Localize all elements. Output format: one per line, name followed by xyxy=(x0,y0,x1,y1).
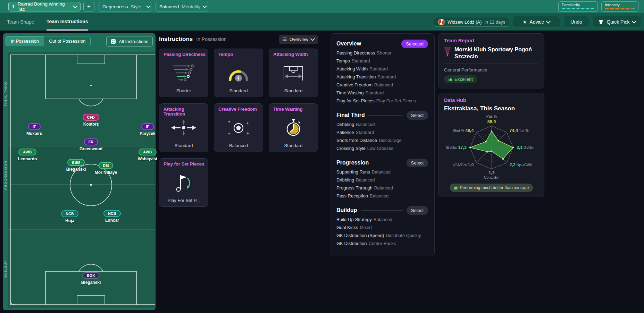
select-button[interactable]: Select xyxy=(407,111,428,120)
item-label: Patience xyxy=(336,130,354,135)
next-match-pill[interactable]: Widzew Łódź (A) In 12 days xyxy=(434,17,509,27)
select-button[interactable]: Select xyxy=(407,206,428,215)
style-selector[interactable]: Gegenpress Style xyxy=(99,2,151,11)
svg-text:Pas %: Pas % xyxy=(486,114,497,118)
intensity-label: Intensity xyxy=(605,3,635,7)
pitch-zone-label: PROGRESSION xyxy=(3,147,8,203)
instruction-card-attacking-width[interactable]: Attacking Width Standard xyxy=(269,49,318,97)
summary-item: Passing DirectnessShorter xyxy=(336,49,428,57)
all-instructions-label: All Instructions xyxy=(119,39,148,44)
time-wasting-icon xyxy=(269,115,318,141)
meter-segment xyxy=(615,8,619,9)
divider xyxy=(368,115,403,116)
intensity-box: Intensity xyxy=(601,1,638,12)
item-label: GK Distribution (Speed) xyxy=(336,233,384,238)
item-value: Balanced xyxy=(370,193,388,198)
data-hub-card: Data Hub Ekstraklasa, This Season Pas %8… xyxy=(438,93,544,197)
meter-segment xyxy=(562,8,566,9)
player-dm[interactable]: DMMor Ndiaye xyxy=(90,162,122,175)
instruction-card-tempo[interactable]: Tempo Standard xyxy=(214,49,263,97)
familiarity-box: Familiarity xyxy=(558,1,598,12)
player-ncb[interactable]: NCBLončar xyxy=(97,210,128,223)
item-label: Dribbling xyxy=(336,122,354,127)
set-pieces-icon xyxy=(159,170,208,196)
instruction-card-set-pieces[interactable]: Play for Set Pieces Play For Set P... xyxy=(159,158,208,207)
section-title: Final Third xyxy=(336,112,365,118)
pitch-players: CFDKostorzIFMukairuIFParyzekFRGreenwoodA… xyxy=(8,52,155,308)
summary-item: Shots from DistanceDiscourage xyxy=(336,136,428,144)
familiarity-label: Familiarity xyxy=(562,3,594,7)
divider xyxy=(372,163,403,163)
advice-button[interactable]: ★ Advice xyxy=(513,16,560,28)
tab-in-possession[interactable]: In Possession xyxy=(6,36,44,46)
instruction-card-passing-directness[interactable]: Passing Directness Shorter xyxy=(159,49,208,97)
summary-item: DribblingBalanced xyxy=(336,120,428,128)
passing-directness-icon xyxy=(159,60,208,86)
meter-segment xyxy=(571,8,575,9)
player-cfd[interactable]: CFDKostorz xyxy=(75,114,107,127)
player-name: Kostorz xyxy=(83,122,99,127)
quick-pick-button[interactable]: Quick Pick xyxy=(593,16,641,28)
summary-item: Crossing StyleLow Crosses xyxy=(336,144,428,152)
tab-team-shape[interactable]: Team Shape xyxy=(7,13,34,31)
data-hub-heading: Data Hub xyxy=(444,98,538,103)
undo-button[interactable]: Undo xyxy=(563,16,589,28)
instruction-card-creative-freedom[interactable]: Creative Freedom Balanced xyxy=(214,103,263,152)
add-tactic-button[interactable]: + xyxy=(83,2,94,11)
instructions-context: In Possession xyxy=(196,36,226,42)
style-value: Gegenpress xyxy=(102,4,128,9)
team-report-card: Team Report Morski Klub Sportowy Pogoń S… xyxy=(438,33,544,88)
meter-segment xyxy=(586,8,589,9)
rating-text: Excellent xyxy=(454,77,473,82)
view-selector[interactable]: Overview xyxy=(279,35,318,44)
select-button[interactable]: Select xyxy=(407,159,428,167)
chevron-down-icon xyxy=(202,4,207,8)
item-value: Standard xyxy=(369,66,388,71)
player-fr[interactable]: FRGreenwood xyxy=(75,138,107,151)
all-instructions-button[interactable]: All Instructions xyxy=(106,36,153,46)
player-bgk[interactable]: BGKBiegański xyxy=(75,272,107,285)
player-role-pill: NCB xyxy=(61,210,78,217)
note-text: Performing much better than average xyxy=(460,185,529,190)
chevron-down-icon xyxy=(632,19,636,24)
tempo-icon xyxy=(214,60,263,86)
player-name: Wahlqvist xyxy=(138,156,157,161)
player-if[interactable]: IFMukairu xyxy=(19,123,50,136)
instruction-card-attacking-transition[interactable]: Attacking Transition Standard xyxy=(159,103,208,152)
player-name: Biegański xyxy=(66,167,86,172)
meter-segment xyxy=(610,8,614,9)
tactic-selector[interactable]: 1 Ravrad Boring winning Tac xyxy=(8,2,81,11)
svg-text:Shot % 48,4: Shot % 48,4 xyxy=(452,128,474,133)
player-ncb[interactable]: NCBHuja xyxy=(54,210,85,223)
checklist-icon xyxy=(111,39,116,44)
svg-text:2,2 Np-xG/90: 2,2 Np-xG/90 xyxy=(510,162,532,167)
player-awb[interactable]: AWBWahlqvist xyxy=(132,149,163,161)
item-value: Standard xyxy=(356,130,374,135)
player-bbm[interactable]: BBMBiegański xyxy=(60,159,92,172)
summary-item: Attacking TransitionStandard xyxy=(336,73,428,81)
familiarity-meter xyxy=(562,8,594,9)
intensity-meter xyxy=(605,8,635,9)
mentality-selector[interactable]: Balanced Mentality xyxy=(156,2,208,11)
section-header: Final ThirdSelect xyxy=(336,110,428,120)
section-title: Overview xyxy=(336,41,361,47)
pitch-zone-label: BUILDUP xyxy=(3,241,8,297)
item-label: Creative Freedom xyxy=(336,82,373,87)
card-value: Standard xyxy=(159,143,208,148)
player-role-pill: BGK xyxy=(82,272,100,279)
selected-button[interactable]: Selected xyxy=(401,40,428,48)
item-value: Discourage xyxy=(379,138,402,143)
player-if[interactable]: IFParyzek xyxy=(132,123,163,136)
instruction-card-time-wasting[interactable]: Time Wasting Standard xyxy=(269,103,318,152)
general-performance-label: General Performance xyxy=(444,67,538,73)
item-value: Standard xyxy=(352,58,370,64)
player-role-pill: DM xyxy=(99,162,114,169)
tab-out-of-possession[interactable]: Out of Possession xyxy=(44,36,91,46)
tab-team-instructions[interactable]: Team Instructions xyxy=(47,13,88,31)
player-name: Huja xyxy=(65,218,74,223)
card-title: Creative Freedom xyxy=(218,107,261,112)
item-value: Balanced xyxy=(372,169,391,175)
summary-item: Build-Up StrategyBalanced xyxy=(336,215,428,223)
meter-segment xyxy=(567,8,570,9)
player-awb[interactable]: AWBLeonardo xyxy=(12,149,43,161)
